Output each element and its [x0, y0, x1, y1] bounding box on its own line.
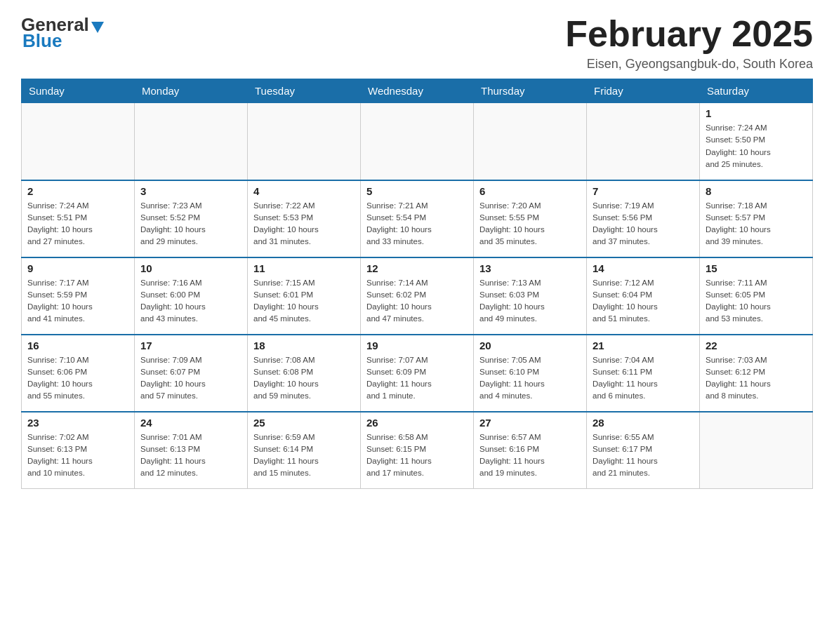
calendar-table: SundayMondayTuesdayWednesdayThursdayFrid…	[21, 79, 813, 489]
page-header: General Blue February 2025 Eisen, Gyeong…	[21, 14, 813, 72]
day-info: Sunrise: 7:23 AMSunset: 5:52 PMDaylight:…	[140, 200, 241, 248]
calendar-cell: 8Sunrise: 7:18 AMSunset: 5:57 PMDaylight…	[700, 180, 813, 257]
day-header-friday: Friday	[587, 79, 700, 103]
day-number: 23	[27, 417, 128, 429]
day-number: 17	[140, 340, 241, 351]
calendar-cell: 11Sunrise: 7:15 AMSunset: 6:01 PMDayligh…	[248, 257, 361, 335]
day-header-thursday: Thursday	[474, 79, 587, 103]
day-number: 14	[593, 262, 694, 274]
day-number: 10	[140, 262, 241, 274]
calendar-cell: 15Sunrise: 7:11 AMSunset: 6:05 PMDayligh…	[700, 257, 813, 335]
day-number: 21	[593, 340, 694, 351]
week-row-5: 23Sunrise: 7:02 AMSunset: 6:13 PMDayligh…	[22, 412, 813, 489]
calendar-cell: 25Sunrise: 6:59 AMSunset: 6:14 PMDayligh…	[248, 412, 361, 489]
day-number: 6	[479, 185, 581, 197]
day-info: Sunrise: 6:59 AMSunset: 6:14 PMDaylight:…	[253, 431, 355, 480]
day-number: 11	[253, 262, 355, 274]
day-number: 9	[27, 262, 128, 274]
day-number: 4	[253, 185, 355, 197]
calendar-cell: 3Sunrise: 7:23 AMSunset: 5:52 PMDaylight…	[135, 180, 248, 257]
calendar-cell: 26Sunrise: 6:58 AMSunset: 6:15 PMDayligh…	[361, 412, 474, 489]
calendar-cell: 9Sunrise: 7:17 AMSunset: 5:59 PMDaylight…	[22, 257, 135, 335]
day-info: Sunrise: 7:18 AMSunset: 5:57 PMDaylight:…	[706, 200, 807, 248]
calendar-cell: 20Sunrise: 7:05 AMSunset: 6:10 PMDayligh…	[474, 335, 587, 412]
calendar-cell: 13Sunrise: 7:13 AMSunset: 6:03 PMDayligh…	[474, 257, 587, 335]
calendar-cell: 2Sunrise: 7:24 AMSunset: 5:51 PMDaylight…	[22, 180, 135, 257]
day-number: 22	[706, 340, 807, 351]
day-info: Sunrise: 7:20 AMSunset: 5:55 PMDaylight:…	[479, 200, 581, 248]
day-header-wednesday: Wednesday	[361, 79, 474, 103]
day-number: 7	[593, 185, 694, 197]
day-info: Sunrise: 7:04 AMSunset: 6:11 PMDaylight:…	[593, 354, 694, 403]
day-header-tuesday: Tuesday	[248, 79, 361, 103]
day-info: Sunrise: 7:21 AMSunset: 5:54 PMDaylight:…	[366, 200, 468, 248]
calendar-cell: 27Sunrise: 6:57 AMSunset: 6:16 PMDayligh…	[474, 412, 587, 489]
day-header-sunday: Sunday	[22, 79, 135, 103]
calendar-cell: 6Sunrise: 7:20 AMSunset: 5:55 PMDaylight…	[474, 180, 587, 257]
week-row-3: 9Sunrise: 7:17 AMSunset: 5:59 PMDaylight…	[22, 257, 813, 335]
calendar-cell: 16Sunrise: 7:10 AMSunset: 6:06 PMDayligh…	[22, 335, 135, 412]
day-number: 8	[706, 185, 807, 197]
calendar-cell	[135, 103, 248, 180]
day-info: Sunrise: 7:19 AMSunset: 5:56 PMDaylight:…	[593, 200, 694, 248]
calendar-cell: 7Sunrise: 7:19 AMSunset: 5:56 PMDaylight…	[587, 180, 700, 257]
title-section: February 2025 Eisen, Gyeongsangbuk-do, S…	[565, 14, 813, 72]
day-info: Sunrise: 7:12 AMSunset: 6:04 PMDaylight:…	[593, 277, 694, 326]
calendar-cell: 10Sunrise: 7:16 AMSunset: 6:00 PMDayligh…	[135, 257, 248, 335]
calendar-header-row: SundayMondayTuesdayWednesdayThursdayFrid…	[22, 79, 813, 103]
day-info: Sunrise: 7:07 AMSunset: 6:09 PMDaylight:…	[366, 354, 468, 403]
day-info: Sunrise: 7:24 AMSunset: 5:50 PMDaylight:…	[706, 122, 807, 170]
day-info: Sunrise: 7:03 AMSunset: 6:12 PMDaylight:…	[706, 354, 807, 403]
calendar-cell	[474, 103, 587, 180]
day-info: Sunrise: 7:16 AMSunset: 6:00 PMDaylight:…	[140, 277, 241, 326]
day-info: Sunrise: 7:02 AMSunset: 6:13 PMDaylight:…	[27, 431, 128, 480]
day-number: 15	[706, 262, 807, 274]
day-number: 18	[253, 340, 355, 351]
calendar-cell: 28Sunrise: 6:55 AMSunset: 6:17 PMDayligh…	[587, 412, 700, 489]
day-info: Sunrise: 7:22 AMSunset: 5:53 PMDaylight:…	[253, 200, 355, 248]
day-number: 13	[479, 262, 581, 274]
calendar-cell	[700, 412, 813, 489]
day-info: Sunrise: 7:09 AMSunset: 6:07 PMDaylight:…	[140, 354, 241, 403]
day-number: 2	[27, 185, 128, 197]
day-header-saturday: Saturday	[700, 79, 813, 103]
calendar-cell: 23Sunrise: 7:02 AMSunset: 6:13 PMDayligh…	[22, 412, 135, 489]
week-row-1: 1Sunrise: 7:24 AMSunset: 5:50 PMDaylight…	[22, 103, 813, 180]
day-info: Sunrise: 6:57 AMSunset: 6:16 PMDaylight:…	[479, 431, 581, 480]
logo-triangle-icon	[91, 22, 104, 33]
day-number: 3	[140, 185, 241, 197]
day-info: Sunrise: 7:14 AMSunset: 6:02 PMDaylight:…	[366, 277, 468, 326]
calendar-cell: 24Sunrise: 7:01 AMSunset: 6:13 PMDayligh…	[135, 412, 248, 489]
day-number: 26	[366, 417, 468, 429]
calendar-cell: 22Sunrise: 7:03 AMSunset: 6:12 PMDayligh…	[700, 335, 813, 412]
day-number: 27	[479, 417, 581, 429]
day-info: Sunrise: 6:55 AMSunset: 6:17 PMDaylight:…	[593, 431, 694, 480]
day-info: Sunrise: 7:13 AMSunset: 6:03 PMDaylight:…	[479, 277, 581, 326]
calendar-cell: 5Sunrise: 7:21 AMSunset: 5:54 PMDaylight…	[361, 180, 474, 257]
day-number: 5	[366, 185, 468, 197]
day-info: Sunrise: 7:10 AMSunset: 6:06 PMDaylight:…	[27, 354, 128, 403]
calendar-cell	[361, 103, 474, 180]
calendar-cell: 21Sunrise: 7:04 AMSunset: 6:11 PMDayligh…	[587, 335, 700, 412]
day-info: Sunrise: 7:24 AMSunset: 5:51 PMDaylight:…	[27, 200, 128, 248]
calendar-cell	[22, 103, 135, 180]
day-number: 28	[593, 417, 694, 429]
calendar-cell	[587, 103, 700, 180]
day-number: 16	[27, 340, 128, 351]
day-number: 25	[253, 417, 355, 429]
calendar-cell: 17Sunrise: 7:09 AMSunset: 6:07 PMDayligh…	[135, 335, 248, 412]
calendar-cell: 12Sunrise: 7:14 AMSunset: 6:02 PMDayligh…	[361, 257, 474, 335]
month-title: February 2025	[565, 14, 813, 54]
calendar-cell	[248, 103, 361, 180]
day-info: Sunrise: 7:05 AMSunset: 6:10 PMDaylight:…	[479, 354, 581, 403]
day-info: Sunrise: 7:01 AMSunset: 6:13 PMDaylight:…	[140, 431, 241, 480]
day-info: Sunrise: 7:15 AMSunset: 6:01 PMDaylight:…	[253, 277, 355, 326]
logo: General Blue	[21, 14, 104, 52]
day-number: 1	[706, 107, 807, 119]
day-number: 12	[366, 262, 468, 274]
location-label: Eisen, Gyeongsangbuk-do, South Korea	[565, 57, 813, 72]
calendar-cell: 14Sunrise: 7:12 AMSunset: 6:04 PMDayligh…	[587, 257, 700, 335]
calendar-cell: 19Sunrise: 7:07 AMSunset: 6:09 PMDayligh…	[361, 335, 474, 412]
calendar-cell: 4Sunrise: 7:22 AMSunset: 5:53 PMDaylight…	[248, 180, 361, 257]
day-info: Sunrise: 6:58 AMSunset: 6:15 PMDaylight:…	[366, 431, 468, 480]
